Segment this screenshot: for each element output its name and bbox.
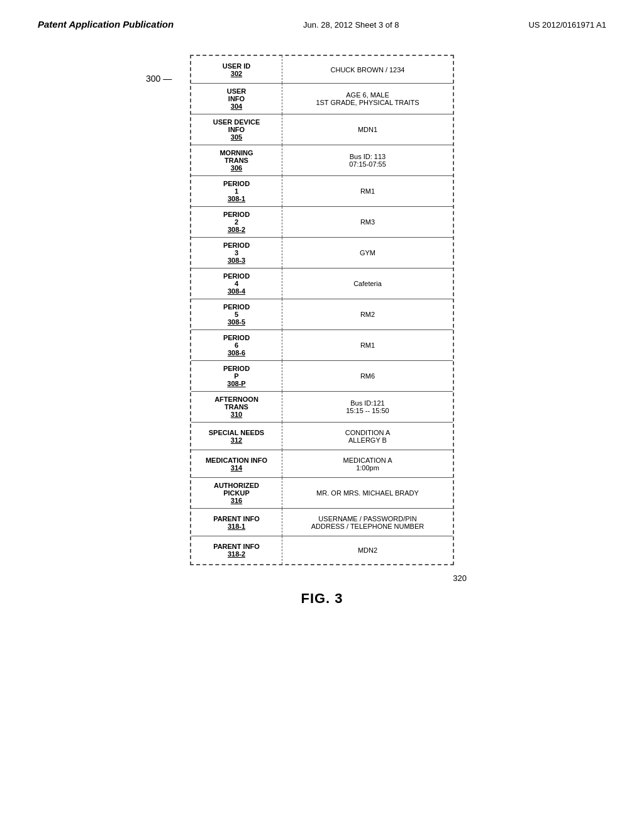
cell-value: CONDITION A ALLERGY B bbox=[282, 423, 453, 450]
cell-label: USER DEVICE INFO305 bbox=[191, 114, 282, 145]
cell-value: RM1 bbox=[282, 330, 453, 360]
cell-ref-number: 316 bbox=[196, 497, 277, 504]
cell-label: PERIOD 5308-5 bbox=[191, 299, 282, 329]
cell-value: RM6 bbox=[282, 361, 453, 391]
diagram-inner: 300 — USER ID302CHUCK BROWN / 1234USER I… bbox=[190, 55, 454, 565]
table-row: PERIOD 5308-5RM2 bbox=[191, 299, 453, 330]
cell-label: USER INFO304 bbox=[191, 84, 282, 114]
cell-label: PERIOD 4308-4 bbox=[191, 268, 282, 299]
cell-value: MEDICATION A 1:00pm bbox=[282, 450, 453, 477]
cell-value: RM3 bbox=[282, 207, 453, 237]
diagram-container: 300 — USER ID302CHUCK BROWN / 1234USER I… bbox=[0, 36, 644, 578]
cell-label: PARENT INFO318-1 bbox=[191, 509, 282, 536]
publication-date-sheet: Jun. 28, 2012 Sheet 3 of 8 bbox=[303, 20, 399, 30]
cell-value: Cafeteria bbox=[282, 268, 453, 299]
cell-ref-number: 304 bbox=[196, 102, 277, 110]
table-row: PERIOD 4308-4Cafeteria bbox=[191, 268, 453, 299]
table-row: PERIOD 6308-6RM1 bbox=[191, 330, 453, 361]
cell-ref-number: 308-3 bbox=[196, 257, 277, 264]
cell-ref-number: 308-P bbox=[196, 380, 277, 387]
publication-number: US 2012/0161971 A1 bbox=[528, 20, 606, 30]
table-row: PERIOD 2308-2RM3 bbox=[191, 207, 453, 238]
cell-value: Bus ID: 113 07:15-07:55 bbox=[282, 145, 453, 175]
cell-label: PARENT INFO318-2 bbox=[191, 536, 282, 564]
table-row: USER DEVICE INFO305MDN1 bbox=[191, 114, 453, 145]
table-row: SPECIAL NEEDS312CONDITION A ALLERGY B bbox=[191, 423, 453, 450]
cell-value: USERNAME / PASSWORD/PIN ADDRESS / TELEPH… bbox=[282, 509, 453, 536]
cell-label: PERIOD 3308-3 bbox=[191, 238, 282, 268]
cell-ref-number: 310 bbox=[196, 411, 277, 418]
cell-ref-number: 308-4 bbox=[196, 287, 277, 295]
cell-ref-number: 308-5 bbox=[196, 318, 277, 326]
diagram-ref-label: 300 — bbox=[146, 74, 172, 84]
cell-value: MR. OR MRS. MICHAEL BRADY bbox=[282, 478, 453, 508]
cell-value: MDN1 bbox=[282, 114, 453, 145]
cell-value: GYM bbox=[282, 238, 453, 268]
cell-label: PERIOD P308-P bbox=[191, 361, 282, 391]
cell-ref-number: 306 bbox=[196, 164, 277, 172]
table-row: PERIOD P308-PRM6 bbox=[191, 361, 453, 392]
cell-label: MORNING TRANS306 bbox=[191, 145, 282, 175]
cell-label: PERIOD 1308-1 bbox=[191, 176, 282, 206]
cell-value: AGE 6, MALE 1ST GRADE, PHYSICAL TRAITS bbox=[282, 84, 453, 114]
cell-value: RM1 bbox=[282, 176, 453, 206]
cell-label: PERIOD 6308-6 bbox=[191, 330, 282, 360]
cell-ref-number: 314 bbox=[196, 464, 277, 472]
cell-label: MEDICATION INFO314 bbox=[191, 450, 282, 477]
cell-ref-number: 308-2 bbox=[196, 226, 277, 233]
figure-label: FIG. 3 bbox=[0, 590, 644, 607]
table-row: AUTHORIZED PICKUP316MR. OR MRS. MICHAEL … bbox=[191, 478, 453, 509]
cell-value: MDN2 bbox=[282, 536, 453, 564]
publication-title: Patent Application Publication bbox=[38, 19, 174, 30]
cell-ref-number: 318-2 bbox=[196, 550, 277, 558]
cell-value: Bus ID:121 15:15 -- 15:50 bbox=[282, 392, 453, 422]
table-row: PARENT INFO318-1USERNAME / PASSWORD/PIN … bbox=[191, 509, 453, 536]
table-row: MORNING TRANS306Bus ID: 113 07:15-07:55 bbox=[191, 145, 453, 176]
table-row: AFTERNOON TRANS310Bus ID:121 15:15 -- 15… bbox=[191, 392, 453, 423]
table-row: USER ID302CHUCK BROWN / 1234 bbox=[191, 56, 453, 84]
cell-ref-number: 318-1 bbox=[196, 523, 277, 530]
cell-label: PERIOD 2308-2 bbox=[191, 207, 282, 237]
outer-ref-label: 320 bbox=[453, 573, 467, 583]
cell-label: AFTERNOON TRANS310 bbox=[191, 392, 282, 422]
cell-ref-number: 302 bbox=[196, 70, 277, 77]
cell-label: USER ID302 bbox=[191, 56, 282, 83]
cell-value: CHUCK BROWN / 1234 bbox=[282, 56, 453, 83]
page-header: Patent Application Publication Jun. 28, … bbox=[0, 0, 644, 36]
table-row: USER INFO304AGE 6, MALE 1ST GRADE, PHYSI… bbox=[191, 84, 453, 114]
table-row: MEDICATION INFO314MEDICATION A 1:00pm bbox=[191, 450, 453, 478]
table-row: PERIOD 1308-1RM1 bbox=[191, 176, 453, 207]
cell-value: RM2 bbox=[282, 299, 453, 329]
cell-ref-number: 312 bbox=[196, 436, 277, 444]
cell-ref-number: 308-1 bbox=[196, 195, 277, 202]
cell-ref-number: 305 bbox=[196, 133, 277, 141]
cell-ref-number: 308-6 bbox=[196, 349, 277, 357]
cell-label: SPECIAL NEEDS312 bbox=[191, 423, 282, 450]
diagram-card: USER ID302CHUCK BROWN / 1234USER INFO304… bbox=[190, 55, 454, 565]
table-row: PERIOD 3308-3GYM bbox=[191, 238, 453, 268]
table-row: PARENT INFO318-2MDN2 bbox=[191, 536, 453, 564]
cell-label: AUTHORIZED PICKUP316 bbox=[191, 478, 282, 508]
